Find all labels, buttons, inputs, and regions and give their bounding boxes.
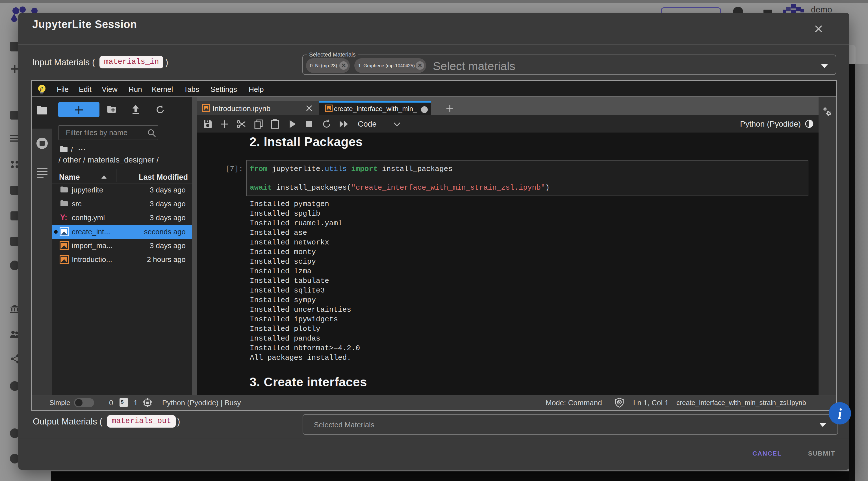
svg-text:demo: demo bbox=[811, 5, 832, 13]
